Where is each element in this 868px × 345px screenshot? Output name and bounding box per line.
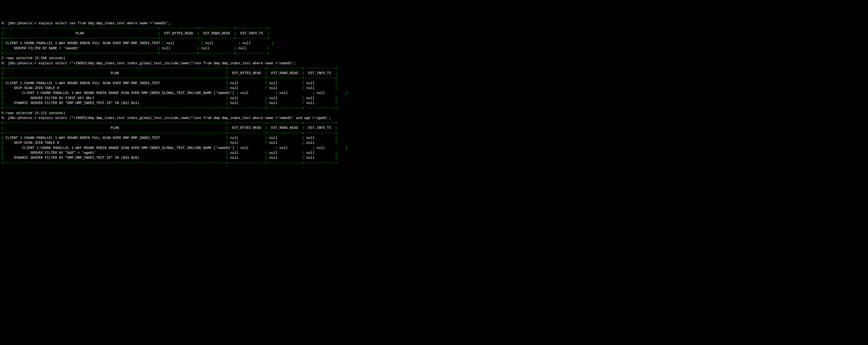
result-data-row: | DYNAMIC SERVER FILTER BY "DMP.DMP_INDE…: [1, 155, 867, 160]
result-data-row: | CLIENT 1-CHUNK PARALLEL 1-WAY ROUND RO…: [1, 90, 867, 95]
result-separator: +---------------------------------------…: [1, 161, 867, 165]
terminal-output: 0: jdbc:phoenix:> explain select sex fro…: [1, 21, 867, 165]
result-separator: +---------------------------------------…: [1, 106, 867, 110]
result-separator: +---------------------------------------…: [1, 131, 867, 136]
result-data-row: | CLIENT 1-CHUNK PARALLEL 1-WAY ROUND RO…: [1, 41, 867, 46]
result-data-row: | SERVER FILTER BY FIRST KEY ONLY | null…: [1, 96, 867, 100]
result-header-row: | PLAN | EST_BYTES_READ | EST_ROWS_READ …: [1, 125, 867, 130]
result-data-row: | SERVER FILTER BY NAME = 'name01' | nul…: [1, 46, 867, 51]
result-header-row: | PLAN | EST_BYTES_READ | EST_ROWS_READ …: [1, 31, 867, 36]
result-header-row: | PLAN | EST_BYTES_READ | EST_ROWS_READ …: [1, 71, 867, 76]
result-data-row: | CLIENT 1-CHUNK PARALLEL 1-WAY ROUND RO…: [1, 136, 867, 140]
result-separator: +---------------------------------------…: [1, 51, 867, 56]
result-data-row: | SKIP-SCAN-JOIN TABLE 0 | null | null |…: [1, 140, 867, 145]
sql-prompt-line[interactable]: 0: jdbc:phoenix:> explain select sex fro…: [1, 21, 867, 26]
rows-selected-status: 5 rows selected (0.122 seconds): [1, 111, 867, 116]
result-separator: +---------------------------------------…: [1, 36, 867, 41]
result-table: +---------------------------------------…: [1, 66, 867, 71]
result-data-row: | CLIENT 1-CHUNK PARALLEL 1-WAY ROUND RO…: [1, 145, 867, 150]
result-table: +---------------------------------------…: [1, 120, 867, 125]
sql-prompt-line[interactable]: 0: jdbc:phoenix:> explain select /*+INDE…: [1, 61, 867, 66]
rows-selected-status: 2 rows selected (0.288 seconds): [1, 56, 867, 61]
sql-prompt-line[interactable]: 0: jdbc:phoenix:> explain select /*+INDE…: [1, 116, 867, 120]
result-data-row: | SERVER FILTER BY "AGE" = 'age01' | nul…: [1, 150, 867, 155]
result-table: +---------------------------------------…: [1, 26, 867, 31]
result-separator: +---------------------------------------…: [1, 76, 867, 81]
result-data-row: | CLIENT 1-CHUNK PARALLEL 1-WAY ROUND RO…: [1, 81, 867, 86]
result-data-row: | SKIP-SCAN-JOIN TABLE 0 | null | null |…: [1, 86, 867, 90]
result-data-row: | DYNAMIC SERVER FILTER BY "DMP.DMP_INDE…: [1, 100, 867, 106]
